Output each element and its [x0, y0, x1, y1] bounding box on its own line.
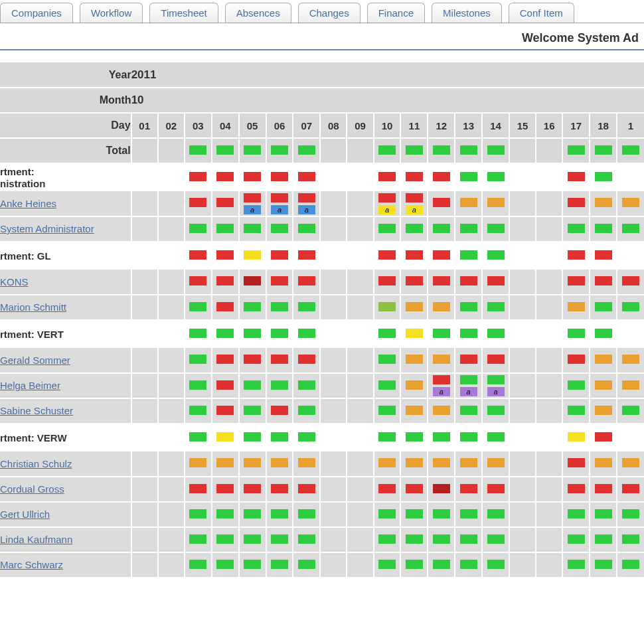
user-cell: [400, 527, 428, 552]
tab-changes[interactable]: Changes: [298, 3, 361, 23]
user-cell: [455, 191, 482, 216]
user-link[interactable]: Anke Heines: [0, 198, 56, 209]
tab-workflow[interactable]: Workflow: [80, 3, 143, 23]
user-cell: [509, 477, 536, 502]
user-cell: [428, 295, 455, 320]
user-cell: [455, 527, 482, 552]
dept-cell: [131, 163, 158, 191]
dept-cell: [158, 242, 185, 270]
user-link[interactable]: Linda Kaufmann: [0, 534, 72, 545]
department-label: rtment: VERT: [0, 320, 131, 348]
user-cell: [400, 398, 428, 424]
user-cell: [617, 216, 644, 242]
user-cell: [266, 398, 293, 424]
user-cell: [347, 552, 373, 578]
dept-cell: [266, 320, 293, 348]
user-cell: [347, 191, 373, 216]
user-label: Christian Schulz: [0, 451, 131, 477]
dept-cell: [617, 163, 644, 191]
user-cell: [428, 398, 455, 424]
user-cell: [266, 451, 293, 477]
value-month: 10: [131, 88, 644, 113]
user-link[interactable]: Helga Beimer: [0, 380, 60, 391]
user-label: Marion Schmitt: [0, 295, 131, 320]
total-cell: [347, 138, 373, 163]
user-link[interactable]: Marion Schmitt: [0, 301, 66, 313]
total-cell: [400, 138, 428, 163]
user-cell: [131, 216, 158, 242]
user-cell: [374, 477, 401, 502]
dept-cell: [239, 163, 266, 191]
user-cell: [455, 477, 482, 502]
dept-cell: [131, 424, 158, 451]
user-cell: [482, 191, 509, 216]
user-cell: [212, 348, 239, 373]
user-cell: [212, 373, 239, 398]
user-link[interactable]: System Administrator: [0, 223, 94, 234]
user-link[interactable]: Cordual Gross: [0, 483, 64, 495]
user-cell: [293, 398, 320, 424]
user-cell: [266, 502, 293, 527]
department-label: rtment:nistration: [0, 163, 131, 191]
day-header: 12: [428, 113, 455, 138]
user-cell: [131, 451, 158, 477]
user-cell: [320, 191, 347, 216]
dept-cell: [455, 163, 482, 191]
user-cell: [617, 373, 644, 398]
user-cell: [536, 477, 562, 502]
user-label: Linda Kaufmann: [0, 527, 131, 552]
user-link[interactable]: Marc Schwarz: [0, 559, 63, 570]
dept-cell: [428, 242, 455, 270]
dept-cell: [320, 163, 347, 191]
user-cell: a: [374, 191, 401, 216]
user-cell: [428, 502, 455, 527]
user-cell: [293, 216, 320, 242]
day-header: 13: [455, 113, 482, 138]
total-cell: [158, 138, 185, 163]
tab-timesheet[interactable]: Timesheet: [149, 3, 218, 23]
tab-absences[interactable]: Absences: [225, 3, 291, 23]
user-cell: [590, 527, 617, 552]
user-cell: [347, 502, 373, 527]
user-cell: [266, 270, 293, 295]
dept-cell: [293, 424, 320, 451]
day-header: 1: [617, 113, 644, 138]
user-cell: [293, 348, 320, 373]
user-cell: [158, 477, 185, 502]
dept-cell: [400, 242, 428, 270]
user-link[interactable]: Sabine Schuster: [0, 405, 73, 416]
dept-cell: [239, 424, 266, 451]
dept-cell: [455, 424, 482, 451]
user-cell: [320, 270, 347, 295]
user-cell: [293, 373, 320, 398]
tab-conf-item[interactable]: Conf Item: [509, 3, 574, 23]
user-cell: [320, 373, 347, 398]
dept-cell: [617, 242, 644, 270]
user-cell: [239, 216, 266, 242]
user-cell: a: [293, 191, 320, 216]
user-link[interactable]: KONS: [0, 276, 29, 287]
user-cell: [185, 295, 212, 320]
user-cell: [509, 527, 536, 552]
user-link[interactable]: Christian Schulz: [0, 458, 72, 469]
user-cell: [428, 451, 455, 477]
user-label: KONS: [0, 270, 131, 295]
user-cell: [562, 270, 590, 295]
tab-milestones[interactable]: Milestones: [432, 3, 502, 23]
user-cell: [212, 216, 239, 242]
user-cell: [536, 373, 562, 398]
label-day: Day: [0, 113, 131, 138]
user-link[interactable]: Gert Ullrich: [0, 509, 50, 520]
tab-finance[interactable]: Finance: [367, 3, 425, 23]
user-link[interactable]: Gerald Sommer: [0, 355, 70, 366]
user-cell: [509, 451, 536, 477]
user-cell: [536, 502, 562, 527]
day-header: 04: [212, 113, 239, 138]
dept-cell: [509, 242, 536, 270]
user-cell: [347, 527, 373, 552]
tab-companies[interactable]: Companies: [0, 3, 73, 23]
user-cell: [131, 191, 158, 216]
dept-cell: [212, 242, 239, 270]
user-cell: [185, 216, 212, 242]
dept-cell: [212, 424, 239, 451]
